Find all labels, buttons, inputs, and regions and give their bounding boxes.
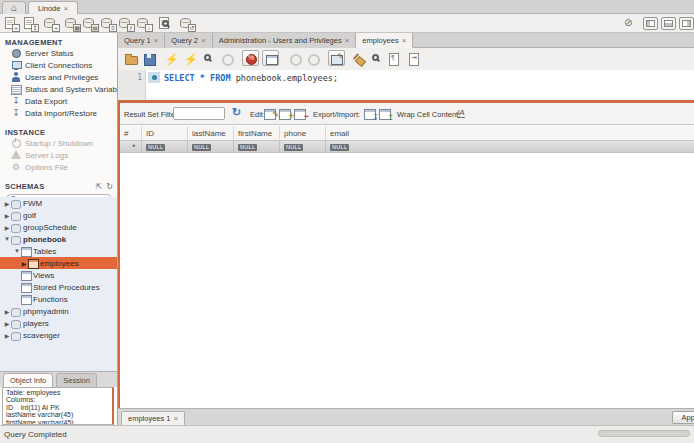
result-grid-panel: Result Set Filter: ↻ Edit: Export/Import… (118, 103, 694, 408)
chevron-right-icon[interactable]: ▶ (3, 212, 11, 219)
toggle-stop-on-error-button[interactable] (242, 50, 259, 66)
schema-golf[interactable]: ▶ golf (0, 209, 117, 221)
tree-node-tables[interactable]: ▼ Tables (0, 245, 117, 257)
tab-session[interactable]: Session (56, 373, 97, 387)
column-header-lastname[interactable]: lastName (188, 126, 234, 141)
new-table-icon[interactable]: ▦ (64, 16, 80, 30)
new-row-placeholder[interactable]: * NULL NULL NULL NULL NULL (120, 141, 694, 153)
edit-record-icon[interactable] (264, 108, 277, 120)
schema-phpmyadmin[interactable]: ▶ phpmyadmin (0, 305, 117, 317)
cell-phone[interactable]: NULL (280, 141, 326, 153)
new-function-icon[interactable]: ƒ (118, 16, 134, 30)
refresh-icon[interactable]: ↻ (232, 106, 241, 119)
horizontal-scrollbar-thumb[interactable] (598, 430, 690, 437)
tab-object-info[interactable]: Object Info (3, 373, 53, 387)
cell-lastname[interactable]: NULL (188, 141, 234, 153)
new-stored-procedure-icon[interactable]: ≡ (100, 16, 116, 30)
chevron-right-icon[interactable]: ▶ (20, 260, 28, 267)
chevron-right-icon[interactable]: ▶ (3, 320, 11, 327)
tab-query-1[interactable]: Query 1 × (118, 33, 165, 48)
cell-firstname[interactable]: NULL (234, 141, 280, 153)
new-query-tab-icon[interactable]: + (3, 16, 19, 30)
sidebar-item-options-file[interactable]: ⚙ Options File (0, 161, 117, 173)
open-file-icon[interactable] (124, 52, 138, 66)
connection-tab-linode[interactable]: Linode × (28, 1, 78, 14)
toggle-bottom-panel-button[interactable] (661, 17, 676, 30)
apply-button[interactable]: Apply (672, 411, 694, 424)
cell-id[interactable]: NULL (142, 141, 188, 153)
tree-node-views[interactable]: Views (0, 269, 117, 281)
column-header-email[interactable]: email (326, 126, 694, 141)
new-schema-icon[interactable]: + (43, 16, 59, 30)
sidebar-item-server-status[interactable]: Server Status (0, 47, 117, 59)
toggle-word-wrap-icon[interactable] (406, 52, 420, 66)
tab-administration[interactable]: Administration - Users and Privileges × (213, 33, 357, 48)
execute-query-icon[interactable]: ⚡ (165, 52, 179, 66)
sql-code-editor[interactable]: 1 SELECT * FROM phonebook.employees; (118, 70, 694, 100)
column-header-id[interactable]: ID (142, 126, 188, 141)
import-records-icon[interactable] (379, 108, 392, 120)
result-filter-input[interactable] (173, 107, 225, 120)
sidebar-item-data-import[interactable]: ↧ Data Import/Restore (0, 107, 117, 119)
toggle-autocommit-button[interactable] (328, 50, 345, 66)
reconnect-dbms-icon[interactable]: ↺ (179, 16, 195, 30)
cell-email[interactable]: NULL (326, 141, 694, 153)
close-icon[interactable]: × (63, 4, 68, 13)
schema-scavenger[interactable]: ▶ scavenger (0, 329, 117, 341)
open-sql-script-icon[interactable]: ↥ (22, 16, 38, 30)
save-icon[interactable] (142, 52, 156, 66)
export-recordset-icon[interactable] (364, 108, 377, 120)
close-icon[interactable]: × (201, 36, 206, 45)
schema-players[interactable]: ▶ players (0, 317, 117, 329)
sidebar-item-status-system-variables[interactable]: Status and System Variables (0, 83, 117, 95)
editor-gutter: 1 (118, 70, 146, 100)
limit-rows-button[interactable] (262, 50, 279, 66)
explain-plan-icon[interactable] (202, 52, 216, 66)
beautify-sql-icon[interactable] (352, 52, 366, 66)
schema-phonebook[interactable]: ▼ phonebook (0, 233, 117, 245)
sidebar-item-server-logs[interactable]: Server Logs (0, 149, 117, 161)
delete-row-icon[interactable] (294, 108, 307, 120)
sidebar-item-data-export[interactable]: ↧ Data Export (0, 95, 117, 107)
collapse-all-icon[interactable]: ⇱ (96, 182, 103, 191)
schema-fwm[interactable]: ▶ FWM (0, 197, 117, 209)
tree-node-employees-table[interactable]: ▶ employees (0, 257, 117, 269)
find-icon[interactable] (370, 52, 384, 66)
add-row-icon[interactable] (279, 108, 292, 120)
search-table-data-icon[interactable] (157, 16, 173, 30)
editor-area: Query 1 × Query 2 × Administration - Use… (118, 33, 694, 425)
tab-query-2[interactable]: Query 2 × (165, 33, 212, 48)
chevron-down-icon[interactable]: ▼ (13, 248, 21, 254)
wrap-cell-content-icon[interactable]: IA (457, 108, 465, 118)
schema-icon (11, 319, 20, 328)
chevron-right-icon[interactable]: ▶ (3, 200, 11, 207)
close-icon[interactable]: × (174, 412, 179, 426)
sidebar-item-users-privileges[interactable]: Users and Privileges (0, 71, 117, 83)
chevron-right-icon[interactable]: ▶ (3, 308, 11, 315)
column-header-firstname[interactable]: firstName (234, 126, 280, 141)
close-icon[interactable]: × (154, 36, 159, 45)
chevron-down-icon[interactable]: ▼ (3, 236, 11, 242)
new-view-icon[interactable]: ▤ (82, 16, 98, 30)
toggle-right-panel-button[interactable] (679, 17, 694, 30)
toggle-left-panel-button[interactable] (643, 17, 658, 30)
tree-node-functions[interactable]: Functions (0, 293, 117, 305)
chevron-right-icon[interactable]: ▶ (3, 332, 11, 339)
column-header-phone[interactable]: phone (280, 126, 326, 141)
chevron-right-icon[interactable]: ▶ (3, 224, 11, 231)
tab-employees-1-result[interactable]: employees 1 × (121, 411, 185, 426)
tree-node-stored-procedures[interactable]: Stored Procedures (0, 281, 117, 293)
execute-current-statement-icon[interactable]: ⚡ (184, 52, 198, 66)
sidebar-item-client-connections[interactable]: Client Connections (0, 59, 117, 71)
show-invisible-characters-icon[interactable] (386, 52, 400, 66)
tab-employees[interactable]: employees × (356, 33, 413, 48)
export-import-label: Export/Import: (313, 110, 360, 119)
close-icon[interactable]: × (402, 36, 407, 45)
new-db-object-icon[interactable]: ↓ (136, 16, 152, 30)
home-tab[interactable]: ⌂ (2, 1, 26, 14)
close-icon[interactable]: × (345, 36, 350, 45)
schema-groupschedule[interactable]: ▶ groupSchedule (0, 221, 117, 233)
refresh-schemas-icon[interactable]: ↻ (106, 182, 113, 191)
sidebar-item-startup-shutdown[interactable]: Startup / Shutdown (0, 137, 117, 149)
column-header-rownum[interactable]: # (120, 126, 142, 141)
